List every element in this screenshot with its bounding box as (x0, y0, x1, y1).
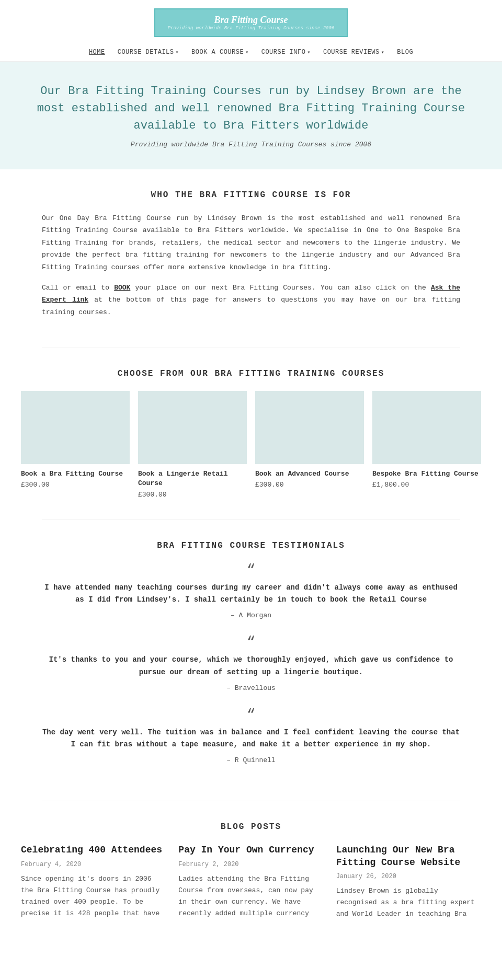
testimonial-text: The day went very well. The tuition was … (42, 727, 460, 752)
course-name: Book a Lingerie Retail Course (138, 469, 247, 488)
course-image (21, 391, 130, 464)
testimonial: “ I have attended many teaching courses … (42, 563, 460, 620)
chevron-down-icon: ▾ (245, 49, 249, 55)
chevron-down-icon: ▾ (381, 49, 385, 55)
blog-section: BLOG POSTS Celebrating 400 Attendees Feb… (0, 801, 502, 941)
blog-post: Pay In Your Own Currency February 2, 202… (178, 844, 323, 920)
logo-title: Bra Fitting Course (168, 15, 335, 26)
site-header: Bra Fitting Course Providing worldwide B… (0, 0, 502, 62)
course-name: Bespoke Bra Fitting Course (372, 469, 481, 479)
course-card[interactable]: Book an Advanced Course £300.00 (255, 391, 364, 498)
courses-title: CHOOSE FROM OUR BRA FITTING TRAINING COU… (21, 369, 481, 378)
hero-subtext: Providing worldwide Bra Fitting Training… (31, 141, 471, 148)
blog-post-excerpt: Since opening it's doors in 2006 the Bra… (21, 873, 166, 919)
chevron-down-icon: ▾ (176, 49, 179, 55)
testimonials-title: BRA FITTING COURSE TESTIMONIALS (42, 541, 460, 550)
nav-blog[interactable]: BLOG (397, 49, 413, 56)
nav-course-details[interactable]: COURSE DETAILS ▾ (118, 49, 179, 56)
testimonial-text: It's thanks to you and your course, whic… (42, 654, 460, 679)
course-image (255, 391, 364, 464)
blog-post-title[interactable]: Pay In Your Own Currency (178, 844, 323, 856)
blog-post-excerpt: Ladies attending the Bra Fitting Course … (178, 873, 323, 919)
blog-title: BLOG POSTS (21, 822, 481, 832)
hero-heading: Our Bra Fitting Training Courses run by … (31, 83, 471, 134)
testimonial-attribution: – R Quinnell (42, 756, 460, 764)
course-price: £300.00 (255, 481, 364, 489)
course-card[interactable]: Bespoke Bra Fitting Course £1,800.00 (372, 391, 481, 498)
nav-course-reviews[interactable]: COURSE REVIEWS ▾ (323, 49, 384, 56)
hero-section: Our Bra Fitting Training Courses run by … (0, 62, 502, 169)
blog-post: Launching Our New Bra Fitting Course Web… (336, 844, 481, 920)
course-price: £1,800.00 (372, 481, 481, 489)
nav-book-course[interactable]: BOOK A COURSE ▾ (191, 49, 249, 56)
blog-post-date: February 4, 2020 (21, 861, 166, 868)
testimonials-section: BRA FITTING COURSE TESTIMONIALS “ I have… (0, 520, 502, 801)
course-name: Book an Advanced Course (255, 469, 364, 479)
course-card[interactable]: Book a Bra Fitting Course £300.00 (21, 391, 130, 498)
blog-post: Celebrating 400 Attendees February 4, 20… (21, 844, 166, 920)
blog-post-date: February 2, 2020 (178, 861, 323, 868)
who-title: WHO THE BRA FITTING COURSE IS FOR (42, 190, 460, 200)
ask-expert-link[interactable]: Ask the Expert link (42, 284, 460, 304)
who-body2: Call or email to BOOK your place on our … (42, 282, 460, 318)
testimonial: “ The day went very well. The tuition wa… (42, 708, 460, 765)
testimonial-text: I have attended many teaching courses du… (42, 582, 460, 607)
blog-post-title[interactable]: Celebrating 400 Attendees (21, 844, 166, 856)
quote-icon: “ (42, 563, 460, 578)
testimonial: “ It's thanks to you and your course, wh… (42, 635, 460, 692)
course-name: Book a Bra Fitting Course (21, 469, 130, 479)
nav-home[interactable]: HOME (89, 49, 105, 56)
who-body1: Our One Day Bra Fitting Course run by Li… (42, 212, 460, 273)
who-section: WHO THE BRA FITTING COURSE IS FOR Our On… (0, 169, 502, 348)
course-image (138, 391, 247, 464)
testimonial-attribution: – Bravellous (42, 684, 460, 692)
blog-post-title[interactable]: Launching Our New Bra Fitting Course Web… (336, 844, 481, 869)
logo[interactable]: Bra Fitting Course Providing worldwide B… (154, 8, 348, 37)
course-price: £300.00 (138, 491, 247, 499)
logo-subtitle: Providing worldwide Bra Fitting Training… (168, 26, 335, 31)
course-price: £300.00 (21, 481, 130, 489)
main-nav: HOME COURSE DETAILS ▾ BOOK A COURSE ▾ CO… (89, 43, 413, 61)
course-card[interactable]: Book a Lingerie Retail Course £300.00 (138, 391, 247, 498)
testimonial-attribution: – A Morgan (42, 612, 460, 619)
book-link[interactable]: BOOK (114, 284, 130, 292)
blog-post-excerpt: Lindsey Brown is globally recognised as … (336, 885, 481, 920)
quote-icon: “ (42, 708, 460, 722)
chevron-down-icon: ▾ (307, 49, 311, 55)
nav-course-info[interactable]: COURSE INFO ▾ (261, 49, 311, 56)
blog-post-date: January 26, 2020 (336, 873, 481, 880)
blog-grid: Celebrating 400 Attendees February 4, 20… (21, 844, 481, 920)
courses-section: CHOOSE FROM OUR BRA FITTING TRAINING COU… (0, 348, 502, 519)
courses-grid: Book a Bra Fitting Course £300.00 Book a… (21, 391, 481, 498)
quote-icon: “ (42, 635, 460, 650)
course-image (372, 391, 481, 464)
